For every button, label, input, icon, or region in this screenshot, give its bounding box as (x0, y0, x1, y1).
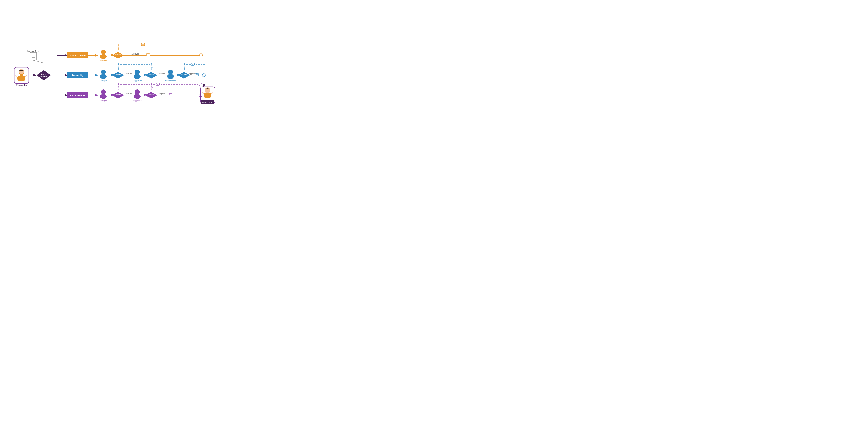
svg-text:Approval: Approval (115, 93, 121, 95)
maternity-rejected3-label: Rejected (184, 63, 185, 70)
svg-text:Approval: Approval (148, 73, 154, 75)
svg-text:Leave: Leave (41, 73, 46, 75)
svg-point-52 (168, 69, 173, 74)
force-majeure-label: Force Majeure (70, 94, 86, 97)
svg-point-25 (100, 54, 106, 59)
annual-leave-label: Annual Leave (70, 54, 86, 57)
svg-text:Approved: Approved (124, 73, 132, 75)
maternity-approver2-label: 2 approver (133, 80, 142, 82)
svg-line-93 (211, 92, 212, 94)
fm-rejected1-label: Rejected (118, 83, 119, 90)
svg-line-92 (203, 92, 204, 94)
svg-line-6 (25, 75, 27, 77)
svg-point-67 (101, 90, 106, 94)
svg-text:Approved: Approved (124, 93, 132, 95)
data-created-label: Data Created (203, 101, 213, 103)
fm-approval2-diamond (145, 92, 157, 98)
svg-point-74 (135, 90, 140, 94)
svg-text:Approval: Approval (115, 73, 121, 75)
svg-line-5 (15, 75, 17, 77)
annual-manager-label: Manager (100, 59, 107, 61)
svg-point-53 (167, 74, 174, 79)
fm-rejected2-label: Rejected (151, 83, 153, 90)
maternity-rejected1-label: Rejected (118, 63, 119, 70)
svg-text:Approved: Approved (158, 73, 165, 75)
svg-point-90 (205, 88, 210, 93)
fm-approval1-diamond (112, 92, 124, 98)
svg-point-63 (202, 73, 206, 77)
svg-point-68 (100, 94, 106, 99)
maternity-label: Maternity (72, 74, 83, 77)
svg-point-75 (134, 94, 141, 99)
svg-line-14 (33, 60, 44, 63)
annual-approved-label: Approved (132, 53, 139, 55)
svg-rect-9 (30, 53, 37, 60)
svg-point-83 (199, 83, 202, 86)
svg-rect-91 (204, 93, 211, 98)
maternity-hrmanager-label: HR Manager (165, 80, 176, 82)
maternity-approval1-diamond (112, 72, 124, 79)
svg-text:Approval: Approval (115, 53, 121, 55)
svg-rect-3 (18, 76, 25, 81)
annual-rejected-label: Rejected (118, 43, 119, 50)
svg-text:Request: Request (40, 75, 48, 77)
requester-label: Requester (16, 84, 27, 86)
fm-approver2-label: 2 approver (133, 100, 142, 102)
svg-point-24 (101, 50, 106, 55)
svg-text:Approval: Approval (181, 73, 187, 75)
svg-point-38 (101, 69, 106, 74)
svg-text:Approved: Approved (159, 93, 166, 95)
fm-manager-label: Manager (100, 100, 107, 102)
maternity-approval2-diamond (145, 72, 157, 79)
company-policy-label: Company Policy (26, 50, 40, 52)
annual-approval-diamond (112, 52, 124, 59)
maternity-approval3-diamond (178, 72, 190, 79)
svg-point-46 (134, 74, 141, 79)
svg-point-45 (135, 69, 140, 74)
svg-point-39 (100, 74, 106, 79)
svg-text:Approval: Approval (148, 93, 154, 95)
workflow-diagram: Requester Company Policy Leave Request A… (0, 0, 217, 108)
maternity-manager-label: Manager (100, 80, 107, 82)
maternity-rejected2-label: Rejected (151, 63, 153, 70)
